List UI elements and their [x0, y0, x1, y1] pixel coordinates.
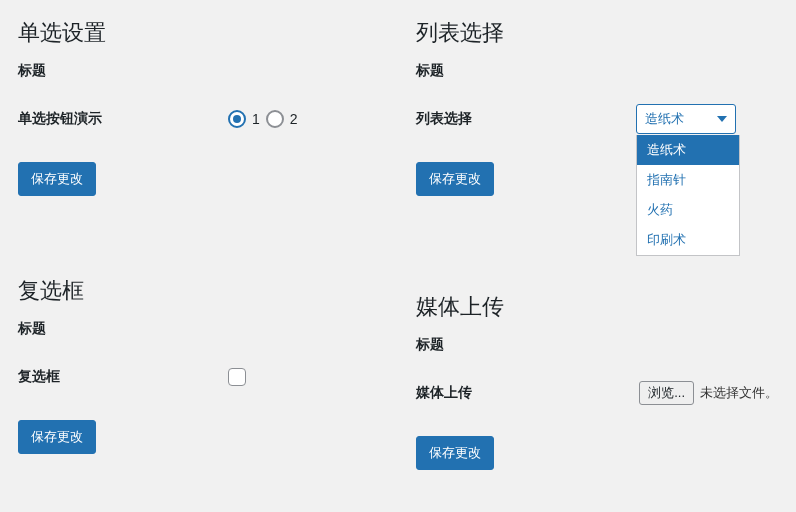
select-option-2[interactable]: 指南针	[637, 165, 739, 195]
select-option-1[interactable]: 造纸术	[637, 135, 739, 165]
select-field-label: 列表选择	[416, 110, 636, 128]
checkbox-section: 复选框 标题 复选框 保存更改	[18, 276, 380, 454]
select-dropdown-list: 造纸术 指南针 火药 印刷术	[636, 135, 740, 256]
radio-subhead: 标题	[18, 62, 380, 80]
select-selected-value: 造纸术	[645, 110, 684, 128]
select-subhead: 标题	[416, 62, 778, 80]
radio-option-2-label: 2	[290, 111, 298, 127]
upload-section: 媒体上传 标题 媒体上传 浏览... 未选择文件。 保存更改	[416, 292, 778, 470]
select-heading: 列表选择	[416, 18, 778, 48]
upload-subhead: 标题	[416, 336, 778, 354]
checkbox-subhead: 标题	[18, 320, 380, 338]
radio-option-1[interactable]	[228, 110, 246, 128]
chevron-down-icon	[717, 116, 727, 122]
save-button[interactable]: 保存更改	[18, 420, 96, 454]
radio-field-label: 单选按钮演示	[18, 110, 228, 128]
checkbox-input[interactable]	[228, 368, 246, 386]
upload-field-label: 媒体上传	[416, 384, 636, 402]
save-button[interactable]: 保存更改	[18, 162, 96, 196]
upload-heading: 媒体上传	[416, 292, 778, 322]
select-option-4[interactable]: 印刷术	[637, 225, 739, 255]
radio-heading: 单选设置	[18, 18, 380, 48]
radio-option-1-label: 1	[252, 111, 260, 127]
select-option-3[interactable]: 火药	[637, 195, 739, 225]
radio-option-2[interactable]	[266, 110, 284, 128]
save-button[interactable]: 保存更改	[416, 162, 494, 196]
radio-settings-section: 单选设置 标题 单选按钮演示 1 2 保存更改	[18, 18, 380, 196]
browse-button[interactable]: 浏览...	[639, 381, 694, 405]
select-section: 列表选择 标题 列表选择 造纸术 造纸术 指南针 火药 印刷术 保存更改	[416, 18, 778, 196]
select-dropdown[interactable]: 造纸术 造纸术 指南针 火药 印刷术	[636, 104, 736, 134]
checkbox-field-label: 复选框	[18, 368, 228, 386]
save-button[interactable]: 保存更改	[416, 436, 494, 470]
checkbox-heading: 复选框	[18, 276, 380, 306]
file-status: 未选择文件。	[700, 384, 778, 402]
